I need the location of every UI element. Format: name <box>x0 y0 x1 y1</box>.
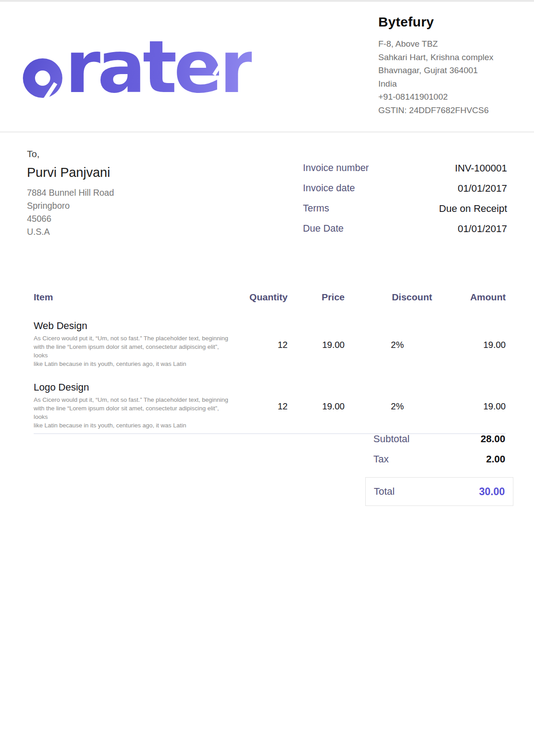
item-description-line: with the line “Lorem ipsum dolor sit ame… <box>34 404 233 421</box>
total-value: 30.00 <box>479 486 505 498</box>
item-quantity: 12 <box>231 381 288 430</box>
item-description: As Cicero would put it, “Um, not so fast… <box>34 396 233 430</box>
item-discount: 2% <box>345 319 432 368</box>
item-name: Web Design <box>34 319 231 333</box>
invoice-number-label: Invoice number <box>303 163 369 174</box>
invoice-page: rater Bytefury F-8, Above TBZ Sahkari Ha… <box>0 0 534 756</box>
item-price: 19.00 <box>288 381 345 430</box>
customer-address-line: Springboro <box>27 199 215 212</box>
customer-address: 7884 Bunnel Hill Road Springboro 45066 U… <box>27 186 215 238</box>
ring-cut-decoration <box>44 82 57 100</box>
invoice-date-value: 01/01/2017 <box>458 183 507 194</box>
crater-ring-icon <box>23 58 62 98</box>
terms-value: Due on Receipt <box>439 203 507 215</box>
column-header-amount: Amount <box>432 292 506 303</box>
top-border-bar <box>0 0 534 2</box>
item-description-line: As Cicero would put it, “Um, not so fast… <box>34 334 233 343</box>
tax-label: Tax <box>373 453 389 465</box>
terms-label: Terms <box>303 203 329 214</box>
column-header-quantity: Quantity <box>231 292 288 303</box>
item-price: 19.00 <box>288 319 345 368</box>
item-cell: Web Design As Cicero would put it, “Um, … <box>34 319 231 368</box>
tax-row: Tax 2.00 <box>365 449 513 469</box>
items-table-header: Item Quantity Price Discount Amount <box>34 290 506 304</box>
subtotal-label: Subtotal <box>373 433 410 445</box>
item-amount: 19.00 <box>432 381 506 430</box>
crater-logo: rater <box>23 27 238 103</box>
table-row: Logo Design As Cicero would put it, “Um,… <box>34 381 506 430</box>
column-header-price: Price <box>288 292 345 303</box>
item-amount: 19.00 <box>432 319 506 368</box>
bill-to-block: To, Purvi Panjvani 7884 Bunnel Hill Road… <box>27 149 215 238</box>
invoice-number-value: INV-100001 <box>455 163 507 174</box>
item-quantity: 12 <box>231 319 288 368</box>
subtotal-row: Subtotal 28.00 <box>365 429 513 449</box>
subtotal-value: 28.00 <box>481 433 505 445</box>
company-address-line: Sahkari Hart, Krishna complex <box>378 51 513 64</box>
item-description-line: As Cicero would put it, “Um, not so fast… <box>34 396 233 404</box>
item-cell: Logo Design As Cicero would put it, “Um,… <box>34 381 231 430</box>
item-description: As Cicero would put it, “Um, not so fast… <box>34 334 233 368</box>
ring-cut-decoration <box>29 122 42 140</box>
totals-block: Subtotal 28.00 Tax 2.00 Total 30.00 <box>365 429 513 506</box>
customer-address-line: 45066 <box>27 212 215 225</box>
company-name: Bytefury <box>378 13 513 31</box>
item-name: Logo Design <box>34 381 231 394</box>
item-description-line: like Latin because in its youth, centuri… <box>34 360 233 368</box>
customer-address-line: 7884 Bunnel Hill Road <box>27 186 215 199</box>
item-description-line: like Latin because in its youth, centuri… <box>34 421 233 430</box>
item-description-line: with the line “Lorem ipsum dolor sit ame… <box>34 343 233 360</box>
company-gstin: GSTIN: 24DDF7682FHVCS6 <box>378 104 513 117</box>
company-address-line: India <box>378 77 513 91</box>
due-date-value: 01/01/2017 <box>458 223 507 235</box>
header-divider <box>0 132 534 132</box>
company-phone: +91-08141901002 <box>378 90 513 104</box>
table-row: Web Design As Cicero would put it, “Um, … <box>34 319 506 368</box>
item-discount: 2% <box>345 381 432 430</box>
company-address: F-8, Above TBZ Sahkari Hart, Krishna com… <box>378 37 513 117</box>
due-date-row: Due Date 01/01/2017 <box>303 219 507 239</box>
company-address-line: F-8, Above TBZ <box>378 37 513 51</box>
logo-wordmark: rater <box>65 31 252 103</box>
column-header-item: Item <box>34 292 231 303</box>
customer-address-line: U.S.A <box>27 225 215 238</box>
terms-row: Terms Due on Receipt <box>303 198 507 219</box>
invoice-number-row: Invoice number INV-100001 <box>303 158 507 178</box>
items-table: Item Quantity Price Discount Amount Web … <box>34 290 506 434</box>
customer-name: Purvi Panjvani <box>27 164 215 180</box>
due-date-label: Due Date <box>303 223 344 234</box>
column-header-discount: Discount <box>345 292 432 303</box>
invoice-date-label: Invoice date <box>303 183 355 194</box>
total-label: Total <box>374 486 394 497</box>
invoice-date-row: Invoice date 01/01/2017 <box>303 178 507 198</box>
invoice-meta: Invoice number INV-100001 Invoice date 0… <box>303 158 507 239</box>
tax-value: 2.00 <box>486 453 505 465</box>
company-block: Bytefury F-8, Above TBZ Sahkari Hart, Kr… <box>378 13 513 117</box>
company-address-line: Bhavnagar, Gujrat 364001 <box>378 64 513 77</box>
total-box: Total 30.00 <box>365 477 513 506</box>
bill-to-label: To, <box>27 149 215 159</box>
